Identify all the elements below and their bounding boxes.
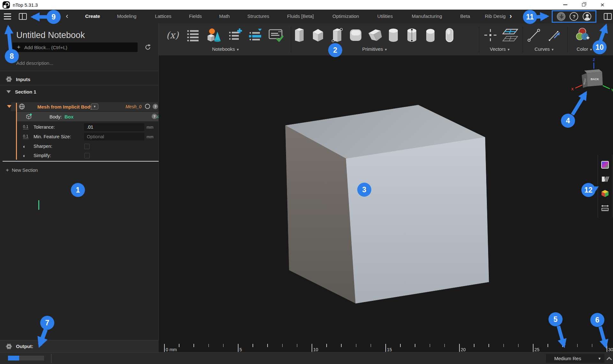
ruler-tick — [282, 344, 283, 347]
primitive-cylinder-by-points-icon[interactable] — [404, 27, 420, 44]
chevron-down-icon: ▾ — [552, 47, 554, 52]
tab-create[interactable]: Create — [85, 10, 100, 23]
close-button[interactable]: × — [595, 0, 609, 10]
visibility-ring-icon[interactable] — [145, 104, 150, 109]
tab-fluids-beta-[interactable]: Fluids [Beta] — [287, 10, 314, 23]
tabs-scroll-left-icon[interactable]: ‹ — [66, 11, 68, 20]
notebooks-group-label[interactable]: Notebooks▾ — [212, 46, 239, 52]
primitive-slab-icon[interactable] — [291, 27, 307, 44]
block-row-body[interactable]: Body: Box Box_0 ? — [16, 112, 165, 121]
plane-icon[interactable] — [502, 27, 518, 44]
help-icon[interactable]: ? — [570, 12, 578, 21]
account-icon[interactable] — [583, 12, 591, 21]
vectors-group-label[interactable]: Vectors▾ — [490, 46, 510, 52]
toggle-right-panel-icon[interactable] — [604, 13, 612, 20]
tab-lattices[interactable]: Lattices — [155, 10, 171, 23]
block-dropdown[interactable]: ▾ — [91, 103, 98, 110]
collapse-block-icon[interactable] — [7, 105, 11, 108]
tab-utilities[interactable]: Utilities — [377, 10, 393, 23]
simplify-checkbox[interactable] — [84, 153, 90, 158]
block-header-mesh-from-implicit-body[interactable]: Mesh from Implicit Body ▾ Mesh_0 ? — [11, 102, 159, 111]
restore-button[interactable] — [577, 0, 591, 10]
isometric-cube-icon[interactable] — [601, 189, 609, 198]
tab-optimization[interactable]: Optimization — [332, 10, 359, 23]
insert-list-item-icon[interactable] — [247, 27, 263, 44]
plus-icon: + — [17, 44, 20, 51]
block-name: Mesh from Implicit Body — [37, 104, 93, 110]
add-list-item-icon[interactable] — [227, 27, 243, 44]
list-icon[interactable] — [185, 27, 201, 44]
tab-modeling[interactable]: Modeling — [117, 10, 137, 23]
variable-icon[interactable]: (x) — [164, 27, 180, 44]
ruler-tick — [238, 344, 238, 352]
primitive-capsule-icon[interactable] — [442, 27, 458, 44]
resolution-dropdown[interactable]: Medium Res ▾ — [546, 354, 604, 363]
inputs-section-header[interactable]: Inputs — [0, 73, 158, 85]
primitive-rounded-cube-icon[interactable] — [348, 27, 364, 44]
point-icon[interactable] — [482, 27, 498, 44]
primitive-sheared-box-icon[interactable] — [367, 27, 383, 44]
tolerance-input[interactable]: .01 — [84, 123, 144, 131]
property-row-simplify: ◐ Simplify: — [0, 151, 159, 160]
block-id: Mesh_0 — [122, 104, 141, 109]
main-menu-button[interactable] — [4, 13, 11, 19]
tab-rib-desig[interactable]: Rib Desig — [485, 10, 505, 23]
toolbar-separator — [479, 27, 479, 53]
min-feature-input[interactable]: Optional — [84, 133, 144, 140]
new-section-button[interactable]: + New Section — [6, 167, 38, 173]
status-separator — [51, 354, 51, 363]
measure-icon[interactable] — [601, 204, 609, 212]
expand-panel-chevron-icon[interactable] — [607, 357, 612, 362]
view-cube-front-label[interactable]: BACK — [591, 78, 599, 81]
refresh-icon[interactable] — [144, 44, 151, 51]
tab-math[interactable]: Math — [219, 10, 230, 23]
body-help-icon[interactable]: ? — [152, 114, 157, 119]
primitives-group-label[interactable]: Primitives▾ — [362, 46, 387, 52]
primitive-cylinder-icon[interactable] — [385, 27, 401, 44]
ruler-tick — [503, 344, 504, 347]
ribbon-tab-bar: ‹ CreateModelingLatticesFieldsMathStruct… — [0, 10, 613, 23]
tab-manufacturing[interactable]: Manufacturing — [412, 10, 442, 23]
primitive-box-by-corners-icon[interactable] — [329, 27, 345, 44]
view-cube[interactable]: BACK RIGHT Z X Y — [571, 58, 613, 92]
primitive-box-icon[interactable] — [310, 27, 326, 44]
line-segment-icon[interactable] — [526, 27, 542, 44]
tab-fields[interactable]: Fields — [189, 10, 202, 23]
ruler-tick — [223, 344, 224, 347]
ruler-label: 25 — [534, 347, 540, 352]
body-label: Body: — [49, 114, 62, 119]
color-icon[interactable] — [574, 27, 590, 44]
color-group-label[interactable]: Color▾ — [577, 46, 592, 52]
3d-viewport[interactable]: BACK RIGHT Z X Y — [159, 56, 613, 352]
notebook-check-icon[interactable] — [268, 27, 284, 44]
download-icon[interactable] — [557, 12, 565, 21]
add-block-input[interactable]: + Add Block... (Ctrl+L) — [12, 42, 138, 52]
primitive-round-cylinder-icon[interactable] — [422, 27, 438, 44]
curves-group-label[interactable]: Curves▾ — [534, 46, 554, 52]
ruler-tick — [518, 344, 519, 347]
min-feature-unit: mm — [147, 134, 154, 139]
block-help-icon[interactable]: ? — [153, 104, 158, 109]
collapse-section-icon — [6, 90, 11, 93]
colormap-icon[interactable] — [601, 161, 609, 169]
ruler-tick — [459, 344, 460, 352]
notebook-title[interactable]: Untitled Notebook — [16, 30, 85, 40]
notebook-description[interactable]: Add description... — [16, 60, 53, 66]
ruler-tick — [474, 344, 474, 347]
section-header[interactable]: Section 1 — [0, 87, 158, 96]
ntop-window: nTop 5.31.3 × ‹ CreateModelingLatticesFi… — [0, 0, 613, 364]
toggle-left-panel-icon[interactable] — [19, 13, 27, 20]
section-view-icon[interactable] — [601, 175, 609, 183]
shapes-icon[interactable] — [206, 27, 222, 44]
chevron-down-icon: ▾ — [237, 47, 239, 52]
tabs-scroll-right-icon[interactable]: › — [510, 12, 512, 20]
vector-line-icon[interactable] — [546, 27, 562, 44]
tab-structures[interactable]: Structures — [247, 10, 269, 23]
minimize-button[interactable] — [558, 0, 572, 10]
block-accent-bar — [16, 103, 17, 160]
sharpen-checkbox[interactable] — [84, 144, 90, 149]
ruler-tick — [533, 344, 534, 352]
body-value[interactable]: Box — [64, 114, 73, 119]
tab-beta[interactable]: Beta — [460, 10, 470, 23]
box-geometry[interactable] — [285, 105, 489, 303]
